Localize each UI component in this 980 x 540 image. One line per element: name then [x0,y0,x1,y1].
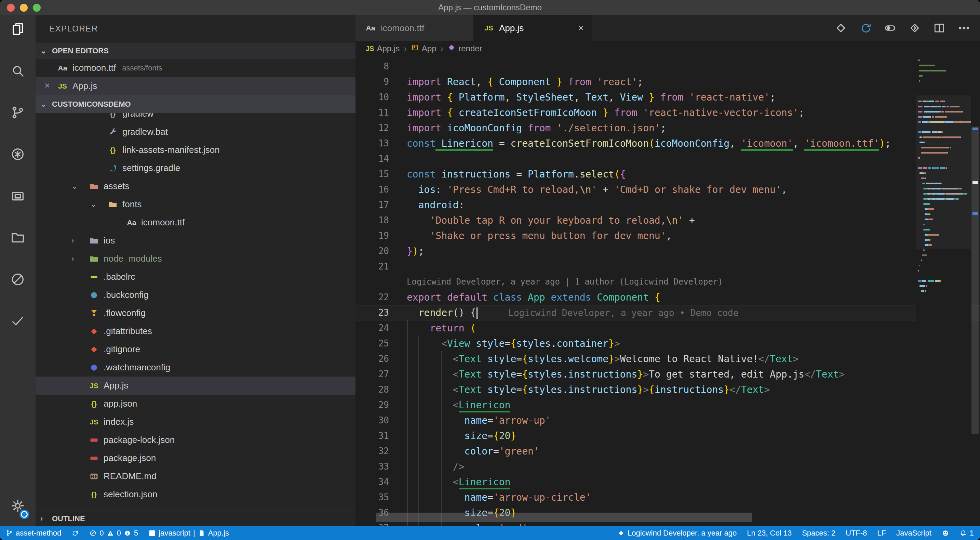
indentation-indicator[interactable]: Spaces: 2 [802,529,835,538]
more-actions-icon[interactable] [958,22,970,35]
tree-item[interactable]: .flowconfig [35,304,355,322]
open-editor-item[interactable]: JSApp.js [35,77,355,95]
code-line[interactable]: 27 <Text style={styles.instructions}>To … [355,366,980,382]
breadcrumb-item-render[interactable]: render [447,43,482,54]
code-line[interactable]: 19 'Shake or press menu button for dev m… [355,228,980,244]
debug-icon[interactable] [0,147,35,188]
blame-indicator[interactable]: Logicwind Developer, a year ago [617,529,737,538]
notifications-bell[interactable]: 1 [959,529,974,538]
code-line[interactable]: 24 return ( [355,320,980,336]
code-line[interactable]: 26 <Text style={styles.welcome}>Welcome … [355,351,980,366]
scrollbar-horizontal[interactable] [376,513,752,522]
code-line[interactable]: 32 color='green' [355,444,980,459]
code-line[interactable]: 18 'Double tap R on your keyboard to rel… [355,213,980,228]
outline-header[interactable]: › OUTLINE [35,511,355,526]
project-header[interactable]: ⌄ CUSTOMICONSDEMO [35,95,355,113]
minimap[interactable] [916,56,971,526]
tree-item[interactable]: ›ios [35,231,355,250]
settings-gear-icon[interactable] [0,485,35,526]
tab-close-icon[interactable] [578,24,585,32]
tree-item[interactable]: ⌄fonts [35,195,355,213]
code-line[interactable]: 16 ios: 'Press Cmd+R to reload,\n' + 'Cm… [355,182,980,198]
sync-indicator[interactable] [72,529,79,537]
breadcrumb-item-app-js[interactable]: JSApp.js [366,44,399,53]
toggle-blame-icon[interactable] [884,22,897,35]
code-line[interactable]: 14 [355,151,980,167]
close-button[interactable] [7,4,15,12]
code-line[interactable]: 35 name='arrow-up-circle' [355,490,980,505]
tasks-icon[interactable] [0,313,35,355]
npm-scripts-icon[interactable] [0,272,35,313]
open-editor-item[interactable]: Aaicomoon.ttfassets/fonts [35,59,355,77]
source-control-icon[interactable] [0,105,35,147]
code-line[interactable]: 28 <Text style={styles.instructions}>{in… [355,382,980,397]
code-line[interactable]: 20}); [355,244,980,259]
tree-item[interactable]: package.json [35,449,355,467]
code-line[interactable]: 11import { createIconSetFromIcoMoon } fr… [355,105,980,120]
code-line-content: 'Shake or press menu button for dev menu… [407,228,980,244]
tree-item[interactable]: settings.gradle [35,159,355,177]
code-content[interactable]: 89import React, { Component } from 'reac… [355,56,980,526]
cursor-position[interactable]: Ln 23, Col 13 [747,529,792,538]
tree-item[interactable]: {}link-assets-manifest.json [35,141,355,159]
minimize-button[interactable] [20,4,28,12]
scrollbar-vertical[interactable] [971,56,980,526]
code-line[interactable]: 10import { Platform, StyleSheet, Text, V… [355,89,980,105]
tree-item[interactable]: .watchmanconfig [35,358,355,376]
code-line[interactable]: 25 <View style={styles.container}> [355,336,980,351]
tree-item[interactable]: package-lock.json [35,431,355,449]
tab-icomoon-ttf[interactable]: Aaicomoon.ttf [355,15,474,41]
open-changes-icon[interactable] [834,22,847,35]
tree-item[interactable]: ⌄assets [35,177,355,195]
tree-item[interactable]: ›node_modules [35,250,355,268]
tree-item[interactable]: {}app.json [35,395,355,413]
minimap-line [918,270,971,272]
code-line[interactable]: 30 name='arrow-up' [355,413,980,428]
code-line[interactable]: 29 <Linericon [355,397,980,413]
tree-item[interactable]: .babelrc [35,268,355,286]
tree-item[interactable]: {}gradlew [35,113,355,123]
code-line[interactable]: 33 /> [355,459,980,474]
tree-item[interactable]: .gitignore [35,340,355,358]
scrollbar-thumb[interactable] [972,127,979,434]
language-indicator[interactable]: JavaScript [896,529,931,538]
code-line[interactable]: 34 <Linericon [355,474,980,490]
open-editors-header[interactable]: ⌄ OPEN EDITORS [35,43,355,59]
close-icon[interactable] [39,81,56,91]
problems-indicator[interactable]: 005 [89,529,138,538]
editor[interactable]: 89import React, { Component } from 'reac… [355,56,980,526]
git-branch-indicator[interactable]: asset-method [5,529,61,538]
lint-status[interactable]: JSjavascript|App.js [148,529,229,538]
code-line[interactable]: 12import icoMoonConfig from './selection… [355,120,980,136]
gitlens-mode-icon[interactable] [908,22,921,35]
extensions-icon[interactable] [0,188,35,230]
tree-item[interactable]: JSindex.js [35,413,355,431]
code-line[interactable]: 23 render() {Logicwind Developer, a year… [355,305,980,320]
file-explorer-icon[interactable] [0,230,35,272]
breadcrumb-item-app[interactable]: App [411,43,436,54]
split-editor-icon[interactable] [933,22,946,35]
tree-item[interactable]: .gitattributes [35,322,355,340]
eol-indicator[interactable]: LF [877,529,886,538]
encoding-indicator[interactable]: UTF-8 [846,529,867,538]
beautify-icon[interactable] [859,22,872,35]
tree-item[interactable]: gradlew.bat [35,123,355,141]
feedback-smiley[interactable] [942,529,949,537]
code-line[interactable]: 22export default class App extends Compo… [355,290,980,305]
code-line[interactable]: 17 android: [355,198,980,213]
code-line[interactable]: 21 [355,259,980,274]
search-icon[interactable] [0,63,35,105]
code-line[interactable]: 31 size={20} [355,428,980,444]
code-line[interactable]: 8 [355,59,980,74]
tree-item[interactable]: README.md [35,467,355,485]
tree-item[interactable]: JSApp.js [35,376,355,395]
zoom-button[interactable] [33,4,41,12]
tree-item[interactable]: Aaicomoon.ttf [35,213,355,231]
explorer-icon[interactable] [0,21,35,63]
code-line[interactable]: 15const instructions = Platform.select({ [355,167,980,182]
code-line[interactable]: 13const Linericon = createIconSetFromIco… [355,136,980,151]
tab-app-js[interactable]: JSApp.js [474,15,592,41]
tree-item[interactable]: {}selection.json [35,485,355,503]
code-line[interactable]: 9import React, { Component } from 'react… [355,74,980,89]
tree-item[interactable]: .buckconfig [35,286,355,304]
